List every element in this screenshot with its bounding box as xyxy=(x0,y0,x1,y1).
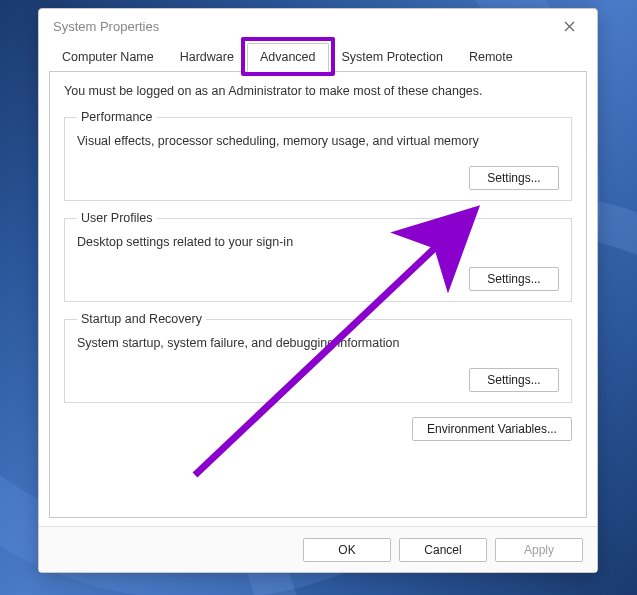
startup-recovery-legend: Startup and Recovery xyxy=(77,312,206,326)
user-profiles-legend: User Profiles xyxy=(77,211,157,225)
tab-computer-name[interactable]: Computer Name xyxy=(49,43,167,72)
close-button[interactable] xyxy=(549,12,589,40)
user-profiles-settings-button[interactable]: Settings... xyxy=(469,267,559,291)
startup-recovery-group: Startup and Recovery System startup, sys… xyxy=(64,312,572,403)
system-properties-window: System Properties Computer Name Hardware… xyxy=(38,8,598,573)
performance-group: Performance Visual effects, processor sc… xyxy=(64,110,572,201)
tab-bar: Computer Name Hardware Advanced System P… xyxy=(39,43,597,72)
startup-recovery-settings-button[interactable]: Settings... xyxy=(469,368,559,392)
tab-panel-advanced: You must be logged on as an Administrato… xyxy=(49,71,587,518)
startup-recovery-desc: System startup, system failure, and debu… xyxy=(77,336,559,350)
apply-button[interactable]: Apply xyxy=(495,538,583,562)
titlebar: System Properties xyxy=(39,9,597,43)
admin-note: You must be logged on as an Administrato… xyxy=(64,84,572,98)
tab-remote[interactable]: Remote xyxy=(456,43,526,72)
environment-variables-button[interactable]: Environment Variables... xyxy=(412,417,572,441)
performance-legend: Performance xyxy=(77,110,157,124)
performance-settings-button[interactable]: Settings... xyxy=(469,166,559,190)
tab-advanced[interactable]: Advanced xyxy=(247,43,329,72)
tab-hardware[interactable]: Hardware xyxy=(167,43,247,72)
dialog-button-bar: OK Cancel Apply xyxy=(39,526,597,572)
user-profiles-group: User Profiles Desktop settings related t… xyxy=(64,211,572,302)
window-title: System Properties xyxy=(53,19,159,34)
ok-button[interactable]: OK xyxy=(303,538,391,562)
user-profiles-desc: Desktop settings related to your sign-in xyxy=(77,235,559,249)
tab-system-protection[interactable]: System Protection xyxy=(329,43,456,72)
performance-desc: Visual effects, processor scheduling, me… xyxy=(77,134,559,148)
close-icon xyxy=(564,21,575,32)
cancel-button[interactable]: Cancel xyxy=(399,538,487,562)
